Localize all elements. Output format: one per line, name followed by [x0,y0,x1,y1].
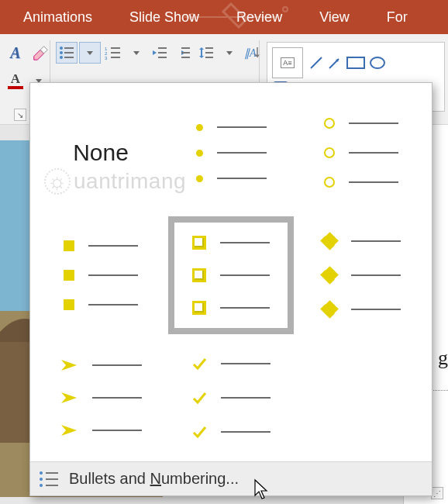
decrease-indent-button[interactable] [149,42,171,64]
increase-indent-icon [175,46,191,60]
svg-rect-10 [111,47,120,49]
line-spacing-dropdown[interactable] [219,42,240,64]
ribbon-tabs: Animations Slide Show Review View For [0,0,448,34]
bullet-option-none[interactable]: None [38,94,164,212]
bullet-option-filled-square[interactable] [38,216,164,334]
bullet-diamond-cluster-icon [322,233,337,249]
font-color-icon: A [8,72,23,89]
slide-text-fragment: g [438,347,448,370]
text-effects-button[interactable]: A [5,42,26,64]
paragraph-group: 1 2 3 ‖A [56,42,287,64]
eraser-icon [32,44,49,61]
bullets-button[interactable] [56,42,78,64]
svg-point-3 [60,47,63,50]
svg-point-7 [60,56,63,59]
text-direction-button[interactable]: ‖A [242,42,264,64]
slide-options-launcher[interactable]: ⋰ [431,487,443,499]
bullets-dropdown[interactable] [79,42,101,64]
svg-rect-16 [158,52,167,54]
svg-rect-20 [181,57,190,58]
font-color-button[interactable]: A [5,70,26,91]
decrease-indent-icon [152,46,167,60]
bullet-option-arrow[interactable] [38,339,164,457]
svg-rect-17 [158,57,167,58]
svg-text:3: 3 [105,56,108,60]
none-label: None [73,140,129,166]
chevron-down-icon [226,51,233,55]
bullet-option-four-diamonds[interactable] [298,216,424,334]
bullet-ring-icon [324,118,335,129]
svg-point-5 [60,51,63,54]
svg-rect-24 [205,57,213,58]
bullet-option-filled-dot[interactable] [168,94,294,212]
svg-rect-15 [158,47,167,49]
rectangle-shape-icon[interactable] [346,57,365,69]
text-effects-icon: A [10,44,20,62]
chevron-down-icon [133,51,140,55]
svg-rect-14 [111,57,120,58]
svg-line-26 [311,57,322,68]
bullets-numbering-icon [40,471,58,487]
bullet-option-empty-slot [298,339,424,457]
tab-format[interactable]: For [368,2,426,33]
svg-rect-8 [64,57,74,58]
line-shape-icon[interactable] [309,56,323,70]
clear-formatting-button[interactable] [29,42,51,64]
svg-rect-4 [64,47,74,49]
chevron-down-icon [87,51,93,55]
bullet-option-hollow-square[interactable] [168,216,294,334]
svg-point-29 [370,57,384,68]
line-spacing-button[interactable] [195,42,217,64]
svg-rect-19 [181,52,190,54]
menuitem-label: Bullets and Numbering... [69,470,239,488]
tab-review[interactable]: Review [218,2,301,33]
tab-slideshow[interactable]: Slide Show [111,2,218,33]
svg-rect-12 [111,52,120,54]
tab-animations[interactable]: Animations [5,2,111,33]
textbox-shape[interactable]: A≡ [272,47,303,78]
svg-rect-6 [64,52,74,54]
line-arrow-shape-icon[interactable] [328,56,342,70]
svg-rect-23 [205,52,213,54]
bullet-style-grid: None [30,83,432,461]
bullets-and-numbering-menuitem[interactable]: Bullets and Numbering... [30,461,432,495]
svg-rect-18 [181,47,190,49]
bullets-dropdown-panel: None [29,82,432,496]
increase-indent-button[interactable] [172,42,194,64]
bullet-option-checkmark[interactable] [168,339,294,457]
svg-rect-28 [347,57,364,68]
oval-shape-icon[interactable] [370,56,385,70]
line-spacing-icon [198,45,214,60]
numbering-button[interactable]: 1 2 3 [102,42,124,64]
mouse-cursor-icon [253,478,271,500]
tab-view[interactable]: View [301,2,368,33]
font-dialog-launcher[interactable]: ↘ [14,109,26,121]
bullet-option-hollow-circle[interactable] [298,94,424,212]
bullet-check-icon [191,356,207,371]
bullets-icon [59,46,74,60]
bullet-square-icon [64,240,74,251]
svg-text:‖A: ‖A [244,47,257,60]
bullet-hollow-square-icon [192,236,206,250]
numbering-dropdown[interactable] [126,42,147,64]
bullet-arrow-icon [60,358,78,372]
bullet-dot-icon [196,124,203,131]
numbering-icon: 1 2 3 [105,46,122,60]
svg-rect-22 [205,47,213,49]
